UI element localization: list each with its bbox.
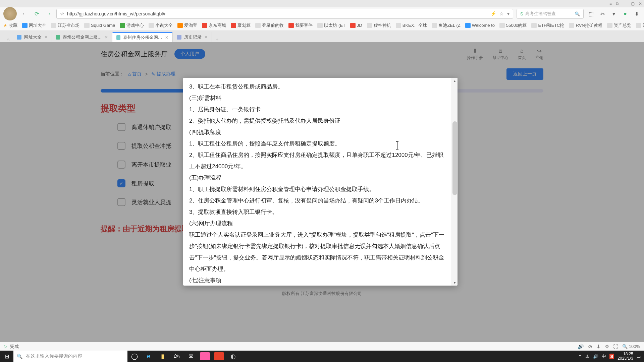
search-placeholder: 高考生酒驾被查 <box>525 11 575 17</box>
bookmark-item[interactable]: 以太坊 (ET <box>317 22 345 28</box>
bookmark-item[interactable]: BKEX、全球 <box>396 22 427 28</box>
edge-icon[interactable]: e <box>142 351 156 362</box>
bookmark-item[interactable]: 虚空神机 <box>367 22 391 28</box>
fullscreen-icon[interactable]: ⛶ <box>613 344 618 349</box>
search-icon[interactable]: 🔍 <box>575 11 580 16</box>
close-icon[interactable]: ✕ <box>44 35 48 40</box>
tray-volume-icon[interactable]: 🔊 <box>593 354 598 359</box>
sound-icon[interactable]: 🔊 <box>578 344 584 350</box>
tray-notifications-icon[interactable]: ▭ <box>637 354 641 359</box>
tray-sogou-icon[interactable]: S <box>609 354 614 359</box>
modal-line: 1、职工租住公租房的，按照当年应支付房租确定提取额度。 <box>189 138 445 149</box>
flash-icon[interactable]: ⚡ <box>490 11 496 16</box>
maximize-icon[interactable]: ▢ <box>631 1 635 6</box>
modal-line: (六)网厅办理流程 <box>189 218 445 229</box>
close-icon[interactable]: ✕ <box>639 1 642 6</box>
info-modal: 3、职工在本市租赁公租房或商品房。 (三)所需材料 1、居民身份证、一类银行卡 … <box>183 78 458 286</box>
close-icon[interactable]: ✕ <box>165 35 168 40</box>
windows-search[interactable]: 🔍 在这里输入你要搜索的内容 <box>13 351 127 362</box>
dropdown-icon[interactable]: ▾ <box>610 10 618 18</box>
bookmark-item[interactable]: RVN挖矿教程 <box>569 22 602 28</box>
bookmark-item[interactable]: 登录前的收 <box>255 22 284 28</box>
bookmark-item[interactable]: 江苏省市场 <box>51 22 79 28</box>
zoom-level[interactable]: 🔍 100% <box>622 344 640 349</box>
bookmark-item[interactable]: 网址大全 <box>22 22 46 28</box>
tab[interactable]: 泰州公积金网上服务大厅✕ <box>52 32 112 42</box>
new-tab-button[interactable]: + <box>212 36 222 42</box>
favorites-button[interactable]: ★收藏 <box>3 22 17 28</box>
modal-line: (四)提取额度 <box>189 127 445 138</box>
status-text: 完成 <box>10 344 19 350</box>
home-icon[interactable]: ⌂ <box>3 37 13 42</box>
bookmark-item[interactable]: JD <box>350 23 362 28</box>
more-icon[interactable]: ▾ <box>507 11 509 16</box>
url-bar[interactable]: ☆ http://gjj.taizhou.gov.cn/hfmis_wt/per… <box>56 9 513 19</box>
reload-button[interactable]: ⟳ <box>32 9 41 18</box>
modal-line: 3、职工在本市租赁公租房或商品房。 <box>189 81 445 93</box>
store-icon[interactable]: 🛍 <box>170 351 184 362</box>
scroll-up-icon[interactable]: ▴ <box>452 78 458 84</box>
bookmark-item[interactable]: 鱼池ZEL (Z <box>432 22 460 28</box>
explorer-icon[interactable]: ▮ <box>156 351 170 362</box>
tab[interactable]: 历史记录✕ <box>173 32 212 42</box>
bookmark-item[interactable]: Squid Game <box>84 23 115 28</box>
tab-active[interactable]: 泰州住房公积金网上业务✕ <box>112 32 173 42</box>
title-bar: ≡ ⧉ — ▢ ✕ <box>0 0 644 7</box>
modal-line: (五)办理流程 <box>189 172 445 184</box>
modal-line: 2、职工租住商品住房的，按照实际应支付房租确定提取额度，且单身职工不超过1200… <box>189 149 445 172</box>
tray-ime[interactable]: 中 <box>602 353 606 359</box>
bookmark-item[interactable]: 游戏中心 <box>120 22 144 28</box>
url-text: http://gjj.taizhou.gov.cn/hfmis_wt/perso… <box>67 11 165 16</box>
text-cursor <box>397 142 397 149</box>
modal-body: 3、职工在本市租赁公租房或商品房。 (三)所需材料 1、居民身份证、一类银行卡 … <box>183 78 451 286</box>
browser-chrome: ≡ ⧉ — ▢ ✕ ← ⟳ → ☆ http://gjj.taizhou.gov… <box>0 0 644 43</box>
tray-expand-icon[interactable]: ⌃ <box>578 354 582 359</box>
download-icon[interactable]: ⬇ <box>633 10 641 18</box>
bookmark-item[interactable]: 聚划算 <box>231 22 251 28</box>
minimize-icon[interactable]: — <box>623 1 627 6</box>
nav-bar: ← ⟳ → ☆ http://gjj.taizhou.gov.cn/hfmis_… <box>0 7 644 20</box>
tray-network-icon[interactable]: 🖧 <box>585 354 590 359</box>
bookmark-item[interactable]: ETH和ETC挖 <box>531 22 564 28</box>
taskbar: ⊞ 🔍 在这里输入你要搜索的内容 ◯ e ▮ 🛍 ✉ ◐ ⌃ 🖧 🔊 中 S 1… <box>0 351 644 362</box>
modal-scrollbar[interactable]: ▴ ▾ <box>451 78 458 286</box>
settings-icon[interactable]: ⚙ <box>605 344 609 350</box>
block-icon[interactable]: ⊘ <box>588 344 592 350</box>
extension-icon[interactable]: ⬚ <box>587 10 595 18</box>
tabs-row: ⌂ 网址大全✕ 泰州公积金网上服务大厅✕ 泰州住房公积金网上业务✕ 历史记录✕ … <box>0 31 644 42</box>
forward-button[interactable]: → <box>44 9 53 18</box>
bookmark-item[interactable]: 爱淘宝 <box>177 22 197 28</box>
scroll-down-icon[interactable]: ▾ <box>452 280 458 286</box>
cloud-icon[interactable]: ● <box>621 10 629 18</box>
bookmark-item[interactable]: Welcome to <box>465 23 495 28</box>
bookmark-item[interactable]: 资产总览 <box>607 22 631 28</box>
modal-line: 3、提取款项直接转入职工银行卡。 <box>189 206 445 218</box>
avatar[interactable] <box>3 7 17 20</box>
modal-line: 2、住房公积金管理中心进行初审、复核，没有疑问的当场办结，有疑问的3个工作日内办… <box>189 195 445 206</box>
menu-icon[interactable]: ≡ <box>609 1 612 6</box>
close-icon[interactable]: ✕ <box>204 35 208 40</box>
bookmark-item[interactable]: 我要客件 <box>288 22 313 28</box>
app2-icon[interactable] <box>214 352 224 360</box>
close-icon[interactable]: ✕ <box>105 35 108 40</box>
app1-icon[interactable] <box>200 352 210 360</box>
start-button[interactable]: ⊞ <box>0 351 13 362</box>
tray-clock[interactable]: 18:25 2023/1/3 <box>618 352 633 361</box>
bookmark-item[interactable]: 注册欧 <box>636 22 644 28</box>
modal-line: 职工通过个人实名认证登录网上业务大厅，进入"提取办理"模块，提取类型勾选"租房提… <box>189 229 445 275</box>
bookmark-item[interactable]: 小说大全 <box>149 22 173 28</box>
window-double-icon[interactable]: ⧉ <box>616 1 619 6</box>
search-input[interactable]: S 高考生酒驾被查 🔍 <box>517 9 584 19</box>
mail-icon[interactable]: ✉ <box>184 351 198 362</box>
browser-icon[interactable]: ◐ <box>226 351 240 362</box>
bookmark-icon[interactable]: ☆ <box>499 11 504 16</box>
scroll-thumb[interactable] <box>452 121 457 195</box>
scissors-icon[interactable]: ✂ <box>598 10 606 18</box>
bookmark-item[interactable]: 5500x的算 <box>499 22 527 28</box>
download-status-icon[interactable]: ⬇ <box>596 344 601 350</box>
task-view-icon[interactable]: ◯ <box>127 351 142 362</box>
tab[interactable]: 网址大全✕ <box>13 32 52 42</box>
back-button[interactable]: ← <box>20 9 29 18</box>
windows-search-placeholder: 在这里输入你要搜索的内容 <box>26 353 82 359</box>
bookmark-item[interactable]: 京东商城 <box>202 22 226 28</box>
